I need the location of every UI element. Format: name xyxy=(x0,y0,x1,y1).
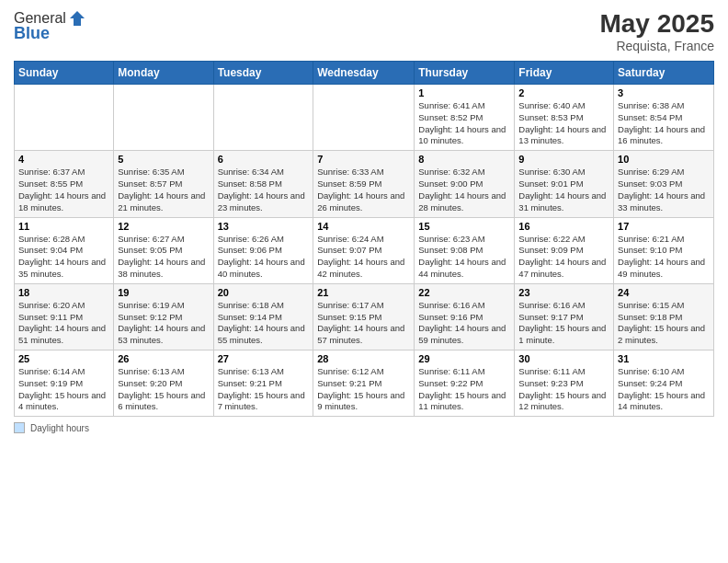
calendar-cell: 18Sunrise: 6:20 AM Sunset: 9:11 PM Dayli… xyxy=(15,283,114,350)
calendar-header-friday: Friday xyxy=(515,62,614,85)
calendar-week-2: 4Sunrise: 6:37 AM Sunset: 8:55 PM Daylig… xyxy=(15,151,714,217)
calendar-cell: 12Sunrise: 6:27 AM Sunset: 9:05 PM Dayli… xyxy=(114,217,213,283)
calendar-cell: 16Sunrise: 6:22 AM Sunset: 9:09 PM Dayli… xyxy=(515,217,614,283)
calendar-header-thursday: Thursday xyxy=(415,62,515,85)
day-number: 8 xyxy=(418,154,510,165)
calendar-cell: 11Sunrise: 6:28 AM Sunset: 9:04 PM Dayli… xyxy=(15,217,114,283)
day-number: 3 xyxy=(618,87,710,98)
calendar-cell xyxy=(15,85,114,151)
day-number: 14 xyxy=(317,221,410,232)
day-number: 18 xyxy=(18,287,109,298)
day-info: Sunrise: 6:13 AM Sunset: 9:20 PM Dayligh… xyxy=(118,366,209,413)
day-number: 16 xyxy=(518,221,609,232)
month-year: May 2025 xyxy=(599,9,714,39)
calendar-header-monday: Monday xyxy=(114,62,213,85)
day-number: 4 xyxy=(18,154,109,165)
calendar-week-4: 18Sunrise: 6:20 AM Sunset: 9:11 PM Dayli… xyxy=(15,283,714,350)
calendar-cell: 22Sunrise: 6:16 AM Sunset: 9:16 PM Dayli… xyxy=(415,283,515,350)
day-number: 2 xyxy=(518,87,609,98)
day-number: 6 xyxy=(218,154,310,165)
svg-marker-0 xyxy=(70,11,85,26)
calendar-cell: 10Sunrise: 6:29 AM Sunset: 9:03 PM Dayli… xyxy=(614,151,714,217)
day-info: Sunrise: 6:26 AM Sunset: 9:06 PM Dayligh… xyxy=(218,234,310,281)
day-info: Sunrise: 6:38 AM Sunset: 8:54 PM Dayligh… xyxy=(618,100,710,147)
day-info: Sunrise: 6:10 AM Sunset: 9:24 PM Dayligh… xyxy=(618,366,710,413)
calendar-cell: 21Sunrise: 6:17 AM Sunset: 9:15 PM Dayli… xyxy=(313,283,415,350)
day-info: Sunrise: 6:23 AM Sunset: 9:08 PM Dayligh… xyxy=(418,234,510,281)
day-number: 9 xyxy=(518,154,609,165)
calendar-cell: 5Sunrise: 6:35 AM Sunset: 8:57 PM Daylig… xyxy=(114,151,213,217)
day-info: Sunrise: 6:18 AM Sunset: 9:14 PM Dayligh… xyxy=(218,300,310,347)
day-number: 19 xyxy=(118,287,209,298)
day-info: Sunrise: 6:29 AM Sunset: 9:03 PM Dayligh… xyxy=(618,167,710,213)
legend-box xyxy=(14,422,25,433)
day-number: 23 xyxy=(518,287,609,298)
day-info: Sunrise: 6:30 AM Sunset: 9:01 PM Dayligh… xyxy=(518,167,609,213)
location: Requista, France xyxy=(599,39,714,53)
calendar-header-wednesday: Wednesday xyxy=(313,62,415,85)
day-info: Sunrise: 6:13 AM Sunset: 9:21 PM Dayligh… xyxy=(218,366,310,413)
calendar-cell: 19Sunrise: 6:19 AM Sunset: 9:12 PM Dayli… xyxy=(114,283,213,350)
calendar-header-tuesday: Tuesday xyxy=(213,62,313,85)
day-info: Sunrise: 6:16 AM Sunset: 9:16 PM Dayligh… xyxy=(418,300,510,347)
day-number: 31 xyxy=(618,353,710,364)
legend: Daylight hours xyxy=(14,422,714,433)
calendar-cell: 1Sunrise: 6:41 AM Sunset: 8:52 PM Daylig… xyxy=(415,85,515,151)
calendar-cell: 20Sunrise: 6:18 AM Sunset: 9:14 PM Dayli… xyxy=(213,283,313,350)
day-info: Sunrise: 6:34 AM Sunset: 8:58 PM Dayligh… xyxy=(218,167,310,213)
calendar-cell: 6Sunrise: 6:34 AM Sunset: 8:58 PM Daylig… xyxy=(213,151,313,217)
calendar-cell: 7Sunrise: 6:33 AM Sunset: 8:59 PM Daylig… xyxy=(313,151,415,217)
calendar-header-sunday: Sunday xyxy=(15,62,114,85)
calendar-week-3: 11Sunrise: 6:28 AM Sunset: 9:04 PM Dayli… xyxy=(15,217,714,283)
day-info: Sunrise: 6:14 AM Sunset: 9:19 PM Dayligh… xyxy=(18,366,109,413)
day-number: 7 xyxy=(317,154,410,165)
day-info: Sunrise: 6:28 AM Sunset: 9:04 PM Dayligh… xyxy=(18,234,109,281)
day-number: 21 xyxy=(317,287,410,298)
calendar-cell: 13Sunrise: 6:26 AM Sunset: 9:06 PM Dayli… xyxy=(213,217,313,283)
day-number: 13 xyxy=(218,221,310,232)
title-area: May 2025 Requista, France xyxy=(599,9,714,53)
calendar-cell: 31Sunrise: 6:10 AM Sunset: 9:24 PM Dayli… xyxy=(614,350,714,417)
day-info: Sunrise: 6:21 AM Sunset: 9:10 PM Dayligh… xyxy=(618,234,710,281)
calendar-cell: 30Sunrise: 6:11 AM Sunset: 9:23 PM Dayli… xyxy=(515,350,614,417)
day-number: 30 xyxy=(518,353,609,364)
day-number: 12 xyxy=(118,221,209,232)
day-info: Sunrise: 6:12 AM Sunset: 9:21 PM Dayligh… xyxy=(317,366,410,413)
calendar-cell: 29Sunrise: 6:11 AM Sunset: 9:22 PM Dayli… xyxy=(415,350,515,417)
logo-icon xyxy=(68,9,86,28)
calendar-cell: 27Sunrise: 6:13 AM Sunset: 9:21 PM Dayli… xyxy=(213,350,313,417)
calendar-week-1: 1Sunrise: 6:41 AM Sunset: 8:52 PM Daylig… xyxy=(15,85,714,151)
day-info: Sunrise: 6:24 AM Sunset: 9:07 PM Dayligh… xyxy=(317,234,410,281)
day-info: Sunrise: 6:20 AM Sunset: 9:11 PM Dayligh… xyxy=(18,300,109,347)
day-number: 5 xyxy=(118,154,209,165)
day-info: Sunrise: 6:15 AM Sunset: 9:18 PM Dayligh… xyxy=(618,300,710,347)
day-info: Sunrise: 6:11 AM Sunset: 9:22 PM Dayligh… xyxy=(418,366,510,413)
day-number: 28 xyxy=(317,353,410,364)
calendar-cell xyxy=(213,85,313,151)
day-number: 10 xyxy=(618,154,710,165)
calendar-cell: 14Sunrise: 6:24 AM Sunset: 9:07 PM Dayli… xyxy=(313,217,415,283)
day-info: Sunrise: 6:17 AM Sunset: 9:15 PM Dayligh… xyxy=(317,300,410,347)
legend-label: Daylight hours xyxy=(30,423,89,433)
calendar-cell: 15Sunrise: 6:23 AM Sunset: 9:08 PM Dayli… xyxy=(415,217,515,283)
calendar-cell: 25Sunrise: 6:14 AM Sunset: 9:19 PM Dayli… xyxy=(15,350,114,417)
calendar-cell: 2Sunrise: 6:40 AM Sunset: 8:53 PM Daylig… xyxy=(515,85,614,151)
day-info: Sunrise: 6:35 AM Sunset: 8:57 PM Dayligh… xyxy=(118,167,209,213)
day-info: Sunrise: 6:27 AM Sunset: 9:05 PM Dayligh… xyxy=(118,234,209,281)
day-info: Sunrise: 6:40 AM Sunset: 8:53 PM Dayligh… xyxy=(518,100,609,147)
calendar-week-5: 25Sunrise: 6:14 AM Sunset: 9:19 PM Dayli… xyxy=(15,350,714,417)
calendar-cell: 24Sunrise: 6:15 AM Sunset: 9:18 PM Dayli… xyxy=(614,283,714,350)
day-info: Sunrise: 6:37 AM Sunset: 8:55 PM Dayligh… xyxy=(18,167,109,213)
calendar: SundayMondayTuesdayWednesdayThursdayFrid… xyxy=(14,61,714,417)
day-number: 26 xyxy=(118,353,209,364)
header: General Blue May 2025 Requista, France xyxy=(14,9,714,53)
calendar-cell: 28Sunrise: 6:12 AM Sunset: 9:21 PM Dayli… xyxy=(313,350,415,417)
day-info: Sunrise: 6:19 AM Sunset: 9:12 PM Dayligh… xyxy=(118,300,209,347)
day-info: Sunrise: 6:33 AM Sunset: 8:59 PM Dayligh… xyxy=(317,167,410,213)
calendar-cell: 26Sunrise: 6:13 AM Sunset: 9:20 PM Dayli… xyxy=(114,350,213,417)
calendar-cell: 9Sunrise: 6:30 AM Sunset: 9:01 PM Daylig… xyxy=(515,151,614,217)
day-info: Sunrise: 6:16 AM Sunset: 9:17 PM Dayligh… xyxy=(518,300,609,347)
calendar-header-row: SundayMondayTuesdayWednesdayThursdayFrid… xyxy=(15,62,714,85)
calendar-cell: 4Sunrise: 6:37 AM Sunset: 8:55 PM Daylig… xyxy=(15,151,114,217)
day-number: 20 xyxy=(218,287,310,298)
